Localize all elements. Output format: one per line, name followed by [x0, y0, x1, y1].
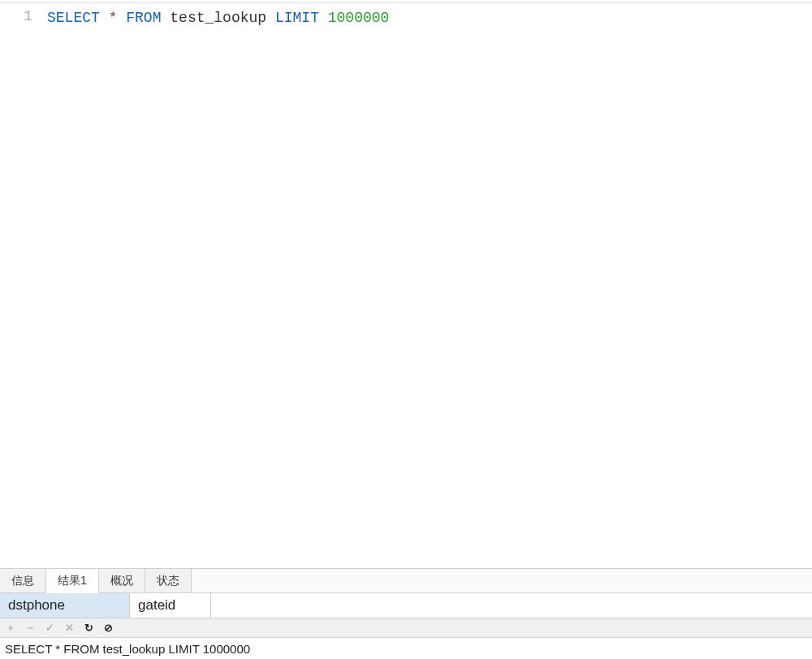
code-content[interactable]: SELECT * FROM test_lookup LIMIT 1000000	[41, 3, 812, 568]
tab-label: 概况	[110, 574, 133, 588]
status-bar: SELECT * FROM test_lookup LIMIT 1000000	[0, 638, 812, 659]
column-name: gateid	[138, 597, 175, 614]
tab-info[interactable]: 信息	[0, 569, 46, 592]
result-table-header: dstphone gateid	[0, 593, 812, 618]
cross-icon[interactable]: ✕	[63, 622, 75, 634]
status-text: SELECT * FROM test_lookup LIMIT 1000000	[5, 642, 250, 656]
tab-label: 结果1	[58, 574, 87, 588]
token-star: *	[109, 10, 118, 26]
refresh-icon[interactable]: ↻	[83, 622, 94, 634]
token-table: test_lookup	[170, 10, 266, 26]
minus-icon[interactable]: −	[24, 622, 36, 634]
tab-label: 信息	[11, 574, 34, 588]
result-tabs: 信息 结果1 概况 状态	[0, 569, 812, 593]
plus-icon[interactable]: +	[5, 622, 16, 634]
line-gutter: 1	[0, 3, 41, 568]
token-number: 1000000	[328, 10, 390, 26]
result-toolbar: + − ✓ ✕ ↻ ⊘	[0, 618, 812, 638]
column-header-dstphone[interactable]: dstphone	[0, 593, 130, 618]
keyword-select: SELECT	[47, 10, 100, 26]
tab-label: 状态	[157, 574, 179, 588]
check-icon[interactable]: ✓	[44, 622, 55, 634]
sql-editor[interactable]: 1 SELECT * FROM test_lookup LIMIT 100000…	[0, 3, 812, 569]
column-header-gateid[interactable]: gateid	[130, 593, 211, 618]
line-number: 1	[0, 8, 32, 24]
tab-status[interactable]: 状态	[145, 569, 192, 592]
keyword-from: FROM	[126, 10, 161, 26]
tab-profile[interactable]: 概况	[99, 569, 145, 592]
tab-result1[interactable]: 结果1	[46, 569, 99, 593]
stop-icon[interactable]: ⊘	[102, 622, 114, 634]
column-name: dstphone	[8, 597, 65, 614]
keyword-limit: LIMIT	[275, 10, 319, 26]
